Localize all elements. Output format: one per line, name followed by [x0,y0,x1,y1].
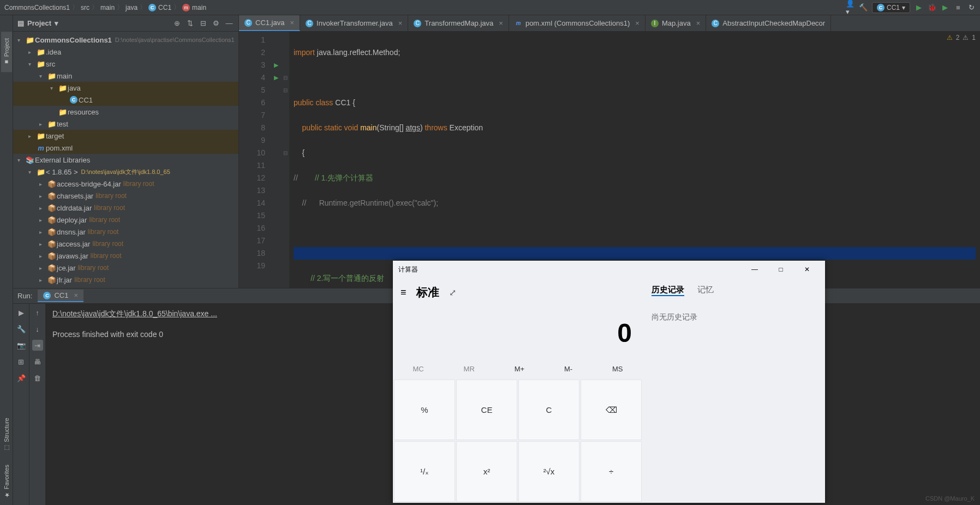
tree-jar[interactable]: ▸📦javaws.jarlibrary root [13,250,238,262]
project-tool-tab[interactable]: ■Project [1,32,12,72]
softwrap-icon[interactable]: ⇥ [32,340,43,351]
run-icon[interactable]: ▶ [915,3,923,12]
bc-project[interactable]: CommonsCollections1 [4,4,70,11]
close-icon[interactable]: × [290,19,294,27]
tab-cc1[interactable]: CCC1.java× [239,15,300,31]
structure-tool-tab[interactable]: ⬚Structure [1,411,12,458]
locate-icon[interactable]: ⊕ [172,19,182,28]
gutter-run-markers[interactable]: ▶▶ [271,32,282,288]
calc-key-ce[interactable]: CE [456,380,517,440]
favorites-tool-tab[interactable]: ★Favorites [1,458,12,505]
close-icon[interactable]: × [74,291,78,299]
tree-jar[interactable]: ▸📦jfr.jarlibrary root [13,274,238,286]
build-icon[interactable]: 🔨 [859,3,868,12]
calc-key-div[interactable]: ÷ [581,441,642,502]
rerun-icon[interactable]: ▶ [16,307,27,318]
bc-cc1[interactable]: CC1 [158,4,171,11]
hide-icon[interactable]: — [224,19,234,28]
tab-pom[interactable]: mpom.xml (CommonsCollections1)× [509,15,646,31]
maximize-button[interactable]: □ [768,261,793,278]
run-class-icon[interactable]: ▶ [271,59,282,71]
tree-pom[interactable]: mpom.xml [13,142,238,154]
tree-idea[interactable]: ▸📁.idea [13,46,238,58]
tab-map[interactable]: IMap.java× [646,15,706,31]
close-icon[interactable]: × [398,19,403,27]
tree-main[interactable]: ▾📁main [13,70,238,82]
tree-jar[interactable]: ▸📦access-bridge-64.jarlibrary root [13,178,238,190]
calc-key-c[interactable]: C [518,380,579,440]
minimize-button[interactable]: — [742,261,767,278]
code-content[interactable]: import java.lang.reflect.Method; public … [289,32,980,288]
calc-key-percent[interactable]: % [394,380,455,440]
calc-pin-icon[interactable]: ⤢ [449,287,456,298]
tab-transformed[interactable]: CTransformedMap.java× [408,15,509,31]
expand-icon[interactable]: ⇅ [185,19,195,28]
calc-key-recip[interactable]: ¹/ₓ [394,441,455,502]
debug-icon[interactable]: 🐞 [928,3,936,12]
calc-ms[interactable]: MS [612,365,623,373]
tree-test[interactable]: ▸📁test [13,118,238,130]
print-icon[interactable]: 🖶 [32,356,43,367]
bc-method[interactable]: main [192,4,206,11]
calc-history-tab[interactable]: 历史记录 [652,285,684,296]
tree-src[interactable]: ▾📁src [13,58,238,70]
calc-key-sq[interactable]: x² [456,441,517,502]
tree-java[interactable]: ▾📁java [13,82,238,94]
stop-icon[interactable]: ■ [954,3,963,12]
tab-abstract[interactable]: CAbstractInputCheckedMapDecor [706,15,831,31]
project-tree[interactable]: ▾📁CommonsCollections1D:\notes\java\pract… [13,32,238,288]
bc-java[interactable]: java [126,4,138,11]
layout-icon[interactable]: ⊞ [16,356,27,367]
tab-invoker[interactable]: CInvokerTransformer.java× [300,15,408,31]
run-method-icon[interactable]: ▶ [271,71,282,84]
fold-gutter[interactable]: ⊟⊟⊟ [282,32,289,288]
coverage-icon[interactable]: ▶ [941,3,949,12]
calc-mr[interactable]: MR [464,365,475,373]
project-panel-title[interactable]: Project [27,19,51,27]
wrench-icon[interactable]: 🔧 [16,323,27,334]
camera-icon[interactable]: 📷 [16,340,27,351]
warning-icon[interactable]: ⚠ [947,34,953,41]
user-icon[interactable]: 👤▾ [846,3,854,12]
calc-mc[interactable]: MC [413,365,423,373]
down-icon[interactable]: ↓ [32,323,43,334]
clear-icon[interactable]: 🗑 [32,372,43,383]
calc-mminus[interactable]: M- [564,365,572,373]
pin-icon[interactable]: 📌 [16,372,27,383]
tree-jdk[interactable]: ▾📁< 1.8.65 >D:\notes\java\jdk文件\jdk1.8.0… [13,166,238,178]
tree-resources[interactable]: 📁resources [13,106,238,118]
calc-memory-tab[interactable]: 记忆 [697,285,714,296]
tree-jar[interactable]: ▸📦jaccess.jarlibrary root [13,238,238,250]
calc-menu-icon[interactable]: ≡ [401,287,407,298]
tree-jar[interactable]: ▸📦charsets.jarlibrary root [13,190,238,202]
collapse-icon[interactable]: ⊟ [198,19,208,28]
close-icon[interactable]: × [696,19,701,27]
code-editor[interactable]: 12345678910111213141516171819 ▶▶ ⊟⊟⊟ imp… [239,32,980,288]
tree-jar[interactable]: ▸📦deploy.jarlibrary root [13,214,238,226]
inspection-widgets[interactable]: ⚠2 ⚠1 [947,34,976,41]
close-button[interactable]: ✕ [794,261,820,278]
breadcrumb[interactable]: CommonsCollections1〉 src〉 main〉 java〉 C … [4,3,206,12]
bc-main[interactable]: main [100,4,115,11]
tree-ext-lib[interactable]: ▾📚External Libraries [13,154,238,166]
tree-jar[interactable]: ▸📦jce.jarlibrary root [13,262,238,274]
bc-src[interactable]: src [81,4,89,11]
calc-key-back[interactable]: ⌫ [581,380,642,440]
calculator-window[interactable]: 计算器 — □ ✕ ≡ 标准 ⤢ 0 MC MR M+ M- MS % CE [393,261,825,503]
tree-target[interactable]: ▸📁target [13,130,238,142]
close-icon[interactable]: × [499,19,503,27]
close-icon[interactable]: × [635,19,640,27]
dropdown-icon[interactable]: ▾ [55,19,58,27]
calc-titlebar[interactable]: 计算器 — □ ✕ [393,261,825,278]
tree-jar[interactable]: ▸📦dnsns.jarlibrary root [13,226,238,238]
run-config-selector[interactable]: C CC1 ▾ [872,2,910,13]
run-tab[interactable]: CCC1× [38,290,83,302]
error-icon[interactable]: ⚠ [963,34,969,41]
up-icon[interactable]: ↑ [32,307,43,318]
settings-icon[interactable]: ⚙ [211,19,221,28]
refresh-icon[interactable]: ↻ [967,3,976,12]
tree-cc1[interactable]: CCC1 [13,94,238,106]
tree-jar[interactable]: ▸📦cldrdata.jarlibrary root [13,202,238,214]
calc-mplus[interactable]: M+ [515,365,524,373]
tree-project-root[interactable]: ▾📁CommonsCollections1D:\notes\java\pract… [13,34,238,46]
